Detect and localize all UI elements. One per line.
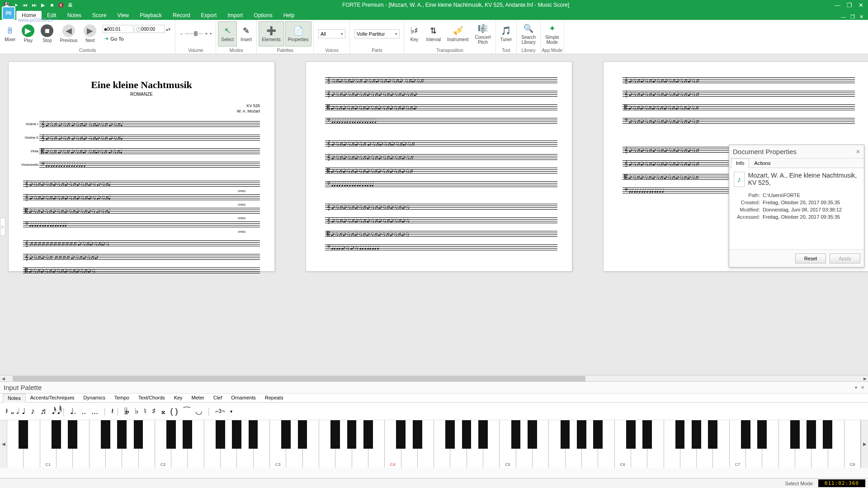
prev-icon[interactable]: ⏮ xyxy=(22,2,28,8)
app-logo[interactable]: P0 xyxy=(2,6,15,20)
scrollbar-thumb[interactable] xyxy=(13,376,585,381)
piano-scroll-left[interactable]: ◀ xyxy=(0,420,7,468)
tab-help[interactable]: Help xyxy=(278,11,300,20)
black-key[interactable] xyxy=(626,420,636,449)
tie-icon[interactable]: ⁀ xyxy=(182,405,192,417)
black-key[interactable] xyxy=(216,420,225,449)
black-key[interactable] xyxy=(347,420,357,449)
black-key[interactable] xyxy=(363,420,373,449)
score-page[interactable]: 𝄞 ♫♬♩♪♫♬♩♪♫♬ ♩♪♫♬♩♪♫♬♩♪♫♬♩♪ ♫♬♩♪♫♬ 𝄞 ♩♪♫… xyxy=(306,61,572,272)
flat-icon[interactable]: ♭ xyxy=(133,405,140,417)
palette-tab-tempo[interactable]: Tempo xyxy=(110,394,134,402)
black-key[interactable] xyxy=(232,420,241,449)
minimize-icon[interactable]: — xyxy=(835,2,840,9)
apply-button[interactable]: Apply xyxy=(830,253,860,263)
black-key[interactable] xyxy=(134,420,143,449)
black-key[interactable] xyxy=(790,420,800,449)
piano-keys[interactable]: C1C2C3C4C5C6C7C8 xyxy=(7,420,861,468)
black-key[interactable] xyxy=(675,420,685,449)
docprops-close-icon[interactable]: ✕ xyxy=(856,149,860,155)
black-key[interactable] xyxy=(330,420,340,449)
black-key[interactable] xyxy=(117,420,127,449)
rest-icon2[interactable]: 𝄽 xyxy=(109,406,113,417)
black-key[interactable] xyxy=(281,420,291,449)
stop-small-icon[interactable]: ■ xyxy=(49,2,55,8)
black-key[interactable] xyxy=(52,420,61,449)
half-note-icon[interactable]: 𝅗𝅥 xyxy=(14,406,18,417)
white-key[interactable]: C8 xyxy=(844,420,861,468)
next-icon[interactable]: ⏭ xyxy=(31,2,37,8)
black-key[interactable] xyxy=(807,420,816,449)
dropdown-icon[interactable]: ▾ xyxy=(228,408,234,415)
black-key[interactable] xyxy=(642,420,652,449)
whole-note-icon[interactable]: 𝅝 xyxy=(9,406,13,417)
quarter-note-icon[interactable]: ♩ xyxy=(20,405,27,417)
docprops-tab-actions[interactable]: Actions xyxy=(749,159,775,168)
palette-close-icon[interactable]: ✕ xyxy=(861,385,864,390)
reset-button[interactable]: Reset xyxy=(795,253,826,263)
select-mode-button[interactable]: ↖Select xyxy=(218,21,237,47)
palette-tab-meter[interactable]: Meter xyxy=(187,394,209,402)
doc-minimize-icon[interactable]: — xyxy=(841,14,846,20)
slur-icon[interactable]: ◡ xyxy=(193,405,204,417)
tab-edit[interactable]: Edit xyxy=(42,11,62,20)
black-key[interactable] xyxy=(593,420,603,449)
maximize-icon[interactable]: ❐ xyxy=(847,2,852,9)
palette-tab-accents[interactable]: Accents/Techniques xyxy=(26,394,79,402)
parts-combo[interactable]: Volle Partitur xyxy=(354,29,400,38)
black-key[interactable] xyxy=(462,420,472,449)
black-key[interactable] xyxy=(445,420,455,449)
palette-tab-repeats[interactable]: Repeats xyxy=(260,394,288,402)
black-key[interactable] xyxy=(19,420,28,449)
palette-minimize-icon[interactable]: ▾ xyxy=(855,385,857,390)
insert-mode-button[interactable]: ✎Insert xyxy=(238,21,255,47)
next-button[interactable]: ▶Next xyxy=(81,21,99,47)
palette-tab-key[interactable]: Key xyxy=(170,394,187,402)
black-key[interactable] xyxy=(757,420,767,449)
natural-icon[interactable]: ♮ xyxy=(142,405,148,417)
black-key[interactable] xyxy=(298,420,307,449)
black-key[interactable] xyxy=(101,420,110,449)
palette-tab-dynamics[interactable]: Dynamics xyxy=(79,394,110,402)
print-icon[interactable]: 🖶 xyxy=(67,2,73,8)
black-key[interactable] xyxy=(166,420,176,449)
simple-mode-button[interactable]: ✦Simple Mode xyxy=(542,21,562,47)
tab-score[interactable]: Score xyxy=(87,11,112,20)
volume-slider[interactable]: − + ▾ xyxy=(180,31,212,37)
black-key[interactable] xyxy=(823,420,832,449)
doc-close-icon[interactable]: ✕ xyxy=(859,14,863,20)
time-pos-input[interactable]: ■001:01 xyxy=(103,25,133,33)
doublesharp-icon[interactable]: 𝄪 xyxy=(160,406,167,417)
tab-options[interactable]: Options xyxy=(248,11,278,20)
palette-tab-clef[interactable]: Clef xyxy=(209,394,227,402)
mute-icon[interactable]: 🔇 xyxy=(58,2,64,8)
sharp-icon[interactable]: ♯ xyxy=(150,405,158,417)
paren-icon[interactable]: ( ) xyxy=(169,406,180,417)
key-button[interactable]: ♭♯Key xyxy=(406,21,422,47)
sixteenth-note-icon[interactable]: ♬ xyxy=(38,406,48,417)
doc-restore-icon[interactable]: ❐ xyxy=(850,14,855,20)
voices-combo[interactable]: All xyxy=(318,29,345,38)
tab-playback[interactable]: Playback xyxy=(134,11,167,20)
double-dot-icon[interactable]: .. xyxy=(80,406,88,417)
tab-view[interactable]: View xyxy=(112,11,134,20)
score-page[interactable]: Eine kleine Nachtmusik ROMANZE KV 525 W.… xyxy=(8,61,275,272)
play-small-icon[interactable]: ▶ xyxy=(40,2,46,8)
black-key[interactable] xyxy=(511,420,521,449)
elements-button[interactable]: ➕Elements xyxy=(259,21,284,47)
scroll-left-icon[interactable]: ◀ xyxy=(0,376,6,381)
properties-button[interactable]: 📄Properties xyxy=(285,21,312,47)
black-key[interactable] xyxy=(68,420,77,449)
sixtyfourth-note-icon[interactable]: 𝅘𝅥𝅱 xyxy=(56,406,59,417)
black-key[interactable] xyxy=(528,420,537,449)
black-key[interactable] xyxy=(183,420,192,449)
triple-dot-icon[interactable]: ... xyxy=(90,406,100,417)
black-key[interactable] xyxy=(478,420,488,449)
tuplet-icon[interactable]: ⌐3¬ xyxy=(213,407,226,415)
black-key[interactable] xyxy=(561,420,570,449)
dot-icon[interactable]: ♩. xyxy=(68,405,78,417)
goto-button[interactable]: ➜Go To xyxy=(103,35,170,42)
tab-home[interactable]: Home xyxy=(16,11,42,20)
black-key[interactable] xyxy=(708,420,717,449)
thirtysecond-note-icon[interactable]: 𝅘𝅥𝅰 xyxy=(50,406,54,417)
